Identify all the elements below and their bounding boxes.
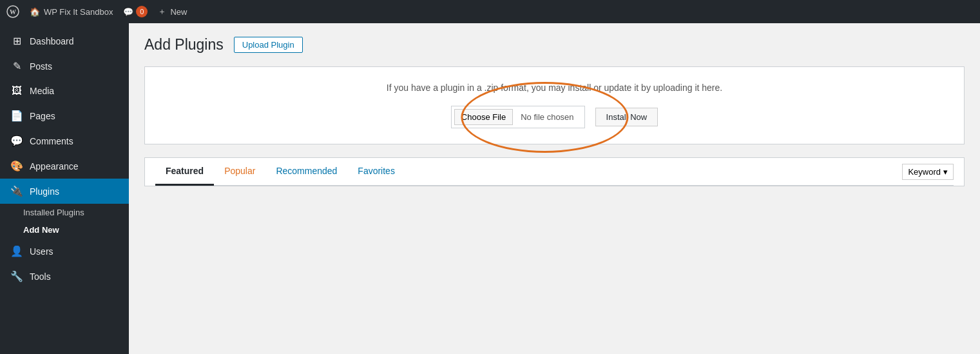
plugins-icon: 🔌	[10, 185, 23, 197]
new-label: New	[170, 7, 187, 17]
sidebar-item-dashboard[interactable]: ⊞ Dashboard	[0, 28, 129, 54]
comments-button[interactable]: 💬 0	[123, 6, 148, 17]
dashboard-icon: ⊞	[10, 35, 23, 47]
tabs-row: Featured Popular Recommended Favorites K…	[155, 158, 954, 186]
upload-section: If you have a plugin in a .zip format, y…	[144, 66, 965, 144]
sidebar-label-tools: Tools	[30, 271, 51, 282]
no-file-text: No file chosen	[513, 110, 581, 124]
comments-nav-icon: 💬	[10, 135, 23, 147]
sidebar-subitem-add-new[interactable]: Add New	[0, 221, 129, 239]
sidebar-label-posts: Posts	[30, 61, 52, 72]
wp-logo-button[interactable]: W	[6, 5, 19, 18]
sidebar-label-users: Users	[30, 246, 53, 257]
site-name-button[interactable]: 🏠 WP Fix It Sandbox	[30, 7, 113, 17]
sidebar-label-pages: Pages	[30, 111, 55, 121]
sidebar-label-appearance: Appearance	[30, 161, 79, 172]
comment-count: 0	[136, 6, 148, 17]
page-title: Add Plugins	[144, 36, 224, 54]
pages-icon: 📄	[10, 110, 23, 122]
tabs-list: Featured Popular Recommended Favorites	[155, 158, 405, 185]
file-input-group: Choose File No file chosen	[451, 106, 585, 128]
upload-description: If you have a plugin in a .zip format, y…	[160, 83, 948, 93]
search-type-select[interactable]: Keyword ▾	[902, 164, 954, 180]
keyword-label: Keyword	[908, 167, 941, 177]
sidebar: ⊞ Dashboard ✎ Posts 🖼 Media 📄 Pages 💬 Co…	[0, 23, 129, 354]
sidebar-subitem-installed-plugins[interactable]: Installed Plugins	[0, 204, 129, 221]
site-name: WP Fix It Sandbox	[44, 7, 113, 17]
upload-form-row: Choose File No file chosen Install Now	[160, 106, 948, 128]
tools-icon: 🔧	[10, 270, 23, 282]
svg-text:W: W	[10, 8, 16, 15]
chevron-down-icon: ▾	[943, 167, 948, 177]
install-now-button[interactable]: Install Now	[595, 108, 658, 126]
sidebar-item-posts[interactable]: ✎ Posts	[0, 54, 129, 79]
sidebar-item-comments[interactable]: 💬 Comments	[0, 128, 129, 153]
admin-bar: W 🏠 WP Fix It Sandbox 💬 0 ＋ New	[0, 0, 980, 23]
new-content-button[interactable]: ＋ New	[158, 6, 187, 17]
posts-icon: ✎	[10, 60, 23, 72]
sidebar-item-appearance[interactable]: 🎨 Appearance	[0, 153, 129, 179]
tab-featured[interactable]: Featured	[155, 158, 214, 186]
sidebar-label-media: Media	[30, 86, 54, 96]
add-new-label: Add New	[23, 225, 59, 235]
sidebar-item-users[interactable]: 👤 Users	[0, 239, 129, 264]
tab-favorites[interactable]: Favorites	[347, 158, 405, 186]
sidebar-label-plugins: Plugins	[30, 186, 59, 197]
sidebar-item-pages[interactable]: 📄 Pages	[0, 103, 129, 128]
sidebar-item-plugins[interactable]: 🔌 Plugins	[0, 179, 129, 204]
installed-plugins-label: Installed Plugins	[23, 208, 84, 217]
page-header: Add Plugins Upload Plugin	[144, 36, 965, 54]
home-icon: 🏠	[30, 7, 40, 17]
sidebar-item-media[interactable]: 🖼 Media	[0, 79, 129, 103]
tab-recommended[interactable]: Recommended	[265, 158, 347, 186]
media-icon: 🖼	[10, 85, 23, 97]
choose-file-button[interactable]: Choose File	[454, 109, 513, 125]
sidebar-label-comments: Comments	[30, 136, 73, 146]
plus-icon: ＋	[158, 6, 166, 17]
tab-popular[interactable]: Popular	[214, 158, 265, 186]
sidebar-label-dashboard: Dashboard	[30, 36, 74, 46]
upload-plugin-button[interactable]: Upload Plugin	[234, 37, 303, 53]
users-icon: 👤	[10, 245, 23, 257]
tabs-section: Featured Popular Recommended Favorites K…	[144, 157, 965, 186]
comment-icon: 💬	[123, 7, 133, 17]
main-layout: ⊞ Dashboard ✎ Posts 🖼 Media 📄 Pages 💬 Co…	[0, 23, 980, 354]
content-area: Add Plugins Upload Plugin If you have a …	[129, 23, 980, 354]
sidebar-item-tools[interactable]: 🔧 Tools	[0, 264, 129, 289]
appearance-icon: 🎨	[10, 160, 23, 172]
